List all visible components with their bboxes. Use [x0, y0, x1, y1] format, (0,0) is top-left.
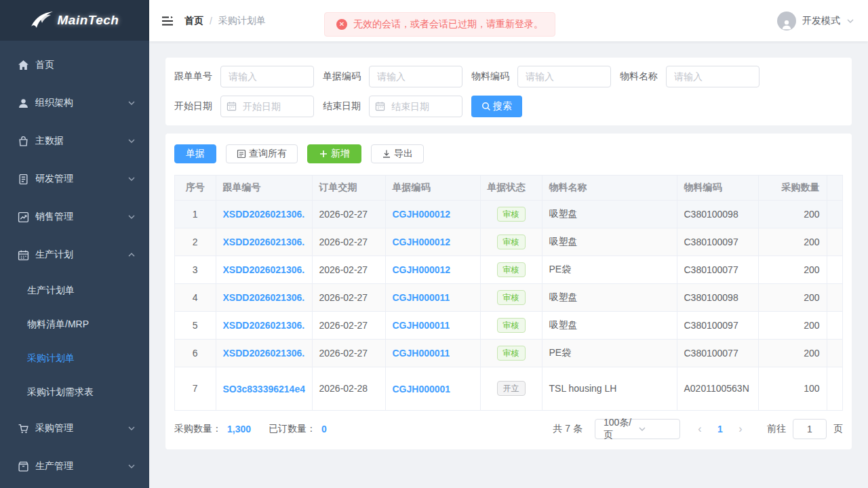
- sidebar-item-rd[interactable]: 研发管理: [0, 160, 149, 198]
- cell-clipped: [827, 367, 843, 410]
- ordered-qty-value: 0: [321, 424, 327, 434]
- material-name-input[interactable]: [666, 66, 760, 87]
- filter-end-date: 结束日期: [323, 96, 462, 117]
- sidebar-item-label: 生产管理: [35, 460, 127, 472]
- sidebar-item-purchasing[interactable]: 采购管理: [0, 409, 149, 447]
- bag-icon: [18, 136, 29, 147]
- sidebar-subitem-purchase-plan[interactable]: 采购计划单: [0, 342, 149, 375]
- sidebar-subitem-bom-mrp[interactable]: 物料清单/MRP: [0, 308, 149, 342]
- col-doc-no: 单据编码: [385, 176, 480, 200]
- track-no-input[interactable]: [220, 66, 314, 87]
- track-no-link[interactable]: XSDD2026021306..: [223, 348, 305, 359]
- sidebar-item-sales[interactable]: 销售管理: [0, 198, 149, 236]
- doc-no-link[interactable]: CGJH000001: [393, 384, 451, 394]
- doc-no-link[interactable]: CGJH000011: [393, 320, 450, 331]
- track-no-link[interactable]: XSDD2026021306..: [223, 292, 305, 303]
- table-row: 6 XSDD2026021306.. 2026-02-27 CGJH000011…: [175, 339, 843, 367]
- submenu-item-label: 生产计划单: [27, 285, 75, 297]
- next-page-icon[interactable]: ›: [730, 423, 751, 435]
- col-qty: 采购数量: [758, 176, 827, 200]
- doc-no-input[interactable]: [369, 66, 462, 87]
- sidebar-item-org[interactable]: 组织架构: [0, 84, 149, 122]
- query-all-button[interactable]: 查询所有: [226, 144, 298, 163]
- cell-material-code: C380100077: [677, 339, 758, 367]
- plus-icon: [319, 149, 328, 159]
- calendar-icon: [226, 101, 237, 111]
- col-track-no: 跟单编号: [216, 176, 312, 200]
- sidebar-item-label: 生产计划: [35, 249, 127, 261]
- sidebar-item-label: 首页: [35, 59, 136, 71]
- goto-page-input[interactable]: [793, 419, 827, 439]
- purchase-qty-value: 1,300: [227, 424, 251, 434]
- status-badge: 审核: [497, 207, 526, 222]
- goto-page: 前往 页: [767, 419, 843, 439]
- cell-qty: 200: [758, 339, 827, 367]
- cell-qty: 200: [758, 311, 827, 339]
- cell-delivery-date: 2026-02-27: [312, 200, 385, 228]
- sidebar-subitem-production-plan-doc[interactable]: 生产计划单: [0, 274, 149, 308]
- sidebar-item-label: 组织架构: [35, 97, 127, 109]
- table-row: 7 SO3c833396214e40 2026-02-28 CGJH000001…: [175, 367, 843, 410]
- sidebar-item-label: 主数据: [35, 135, 127, 147]
- col-status: 单据状态: [480, 176, 542, 200]
- page-size-select[interactable]: 100条/页: [595, 419, 680, 439]
- filter-panel: 跟单单号 单据编码 物料编码 物料名称 开始日期: [165, 58, 852, 125]
- doc-no-link[interactable]: CGJH000012: [393, 237, 451, 247]
- user-menu[interactable]: 开发模式: [777, 12, 854, 30]
- track-no-link[interactable]: XSDD2026021306..: [223, 264, 305, 275]
- add-button-label: 新增: [331, 148, 350, 160]
- goto-label: 前往: [767, 423, 786, 435]
- submenu-item-label: 采购计划需求表: [27, 386, 94, 399]
- user-mode-label: 开发模式: [802, 15, 840, 27]
- doc-no-link[interactable]: CGJH000012: [393, 264, 451, 275]
- track-no-link[interactable]: XSDD2026021306..: [223, 237, 305, 247]
- user-icon: [18, 98, 29, 109]
- sidebar-item-home[interactable]: 首页: [0, 46, 149, 84]
- sidebar-item-manufacturing[interactable]: 生产管理: [0, 447, 149, 485]
- cell-clipped: [827, 311, 843, 339]
- export-button[interactable]: 导出: [371, 144, 424, 163]
- document-button[interactable]: 单据: [174, 144, 216, 163]
- page-number[interactable]: 1: [710, 424, 730, 434]
- document-icon: [18, 174, 29, 185]
- cell-qty: 100: [758, 367, 827, 410]
- add-button[interactable]: 新增: [307, 144, 361, 163]
- cell-delivery-date: 2026-02-27: [312, 256, 385, 283]
- col-delivery-date: 订单交期: [312, 176, 385, 200]
- sidebar-subitem-purchase-plan-demand[interactable]: 采购计划需求表: [0, 375, 149, 409]
- track-no-link[interactable]: SO3c833396214e40: [223, 384, 305, 394]
- material-code-input[interactable]: [517, 66, 611, 87]
- table-row: 3 XSDD2026021306.. 2026-02-27 CGJH000012…: [175, 256, 843, 283]
- collapse-sidebar-icon[interactable]: [161, 16, 174, 26]
- col-clipped: [827, 176, 843, 200]
- cell-delivery-date: 2026-02-28: [312, 367, 385, 410]
- total-count: 共 7 条: [553, 423, 583, 435]
- cell-seq: 4: [175, 283, 216, 311]
- sidebar-item-master-data[interactable]: 主数据: [0, 122, 149, 160]
- material-name-label: 物料名称: [620, 70, 658, 83]
- sidebar-item-production-plan[interactable]: 生产计划: [0, 236, 149, 274]
- track-no-link[interactable]: XSDD2026021306..: [223, 209, 305, 220]
- export-button-label: 导出: [394, 148, 413, 160]
- session-error-toast: ✕ 无效的会话，或者会话已过期，请重新登录。: [324, 12, 555, 37]
- cell-material-name: PE袋: [542, 256, 677, 283]
- doc-no-link[interactable]: CGJH000011: [393, 348, 450, 359]
- cell-material-code: C380100077: [677, 256, 758, 283]
- search-button[interactable]: 搜索: [471, 96, 522, 117]
- breadcrumb-home[interactable]: 首页: [184, 15, 203, 27]
- cell-qty: 200: [758, 228, 827, 256]
- cell-material-code: C380100098: [677, 283, 758, 311]
- brand-swoosh-icon: [31, 12, 54, 29]
- prev-page-icon[interactable]: ‹: [690, 423, 710, 435]
- filter-start-date: 开始日期: [174, 96, 314, 117]
- search-button-label: 搜索: [493, 100, 512, 113]
- doc-no-link[interactable]: CGJH000011: [393, 292, 450, 303]
- track-no-link[interactable]: XSDD2026021306..: [223, 320, 305, 331]
- doc-no-link[interactable]: CGJH000012: [393, 209, 451, 220]
- cell-delivery-date: 2026-02-27: [312, 339, 385, 367]
- cell-delivery-date: 2026-02-27: [312, 228, 385, 256]
- calendar-icon: [375, 101, 385, 111]
- cell-delivery-date: 2026-02-27: [312, 283, 385, 311]
- cell-clipped: [827, 339, 843, 367]
- cell-material-name: 吸塑盘: [542, 200, 677, 228]
